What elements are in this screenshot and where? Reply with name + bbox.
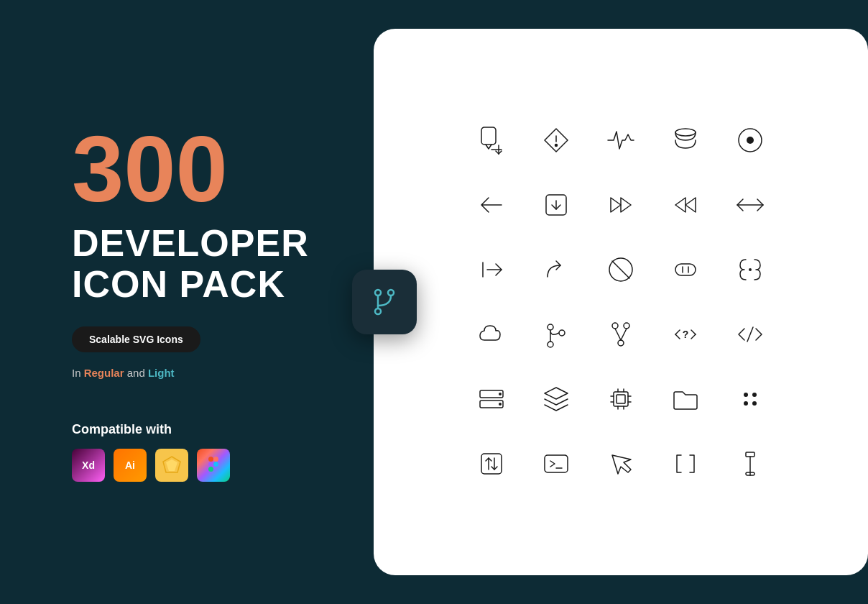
svg-rect-4 bbox=[208, 462, 213, 467]
svg-rect-11 bbox=[481, 127, 496, 145]
compatible-label: Compatible with bbox=[72, 422, 374, 437]
svg-line-43 bbox=[691, 334, 696, 339]
svg-point-35 bbox=[612, 323, 618, 329]
svg-line-45 bbox=[747, 327, 753, 342]
sort-arrows-icon bbox=[466, 439, 517, 489]
subtitle-light: Light bbox=[148, 367, 175, 379]
svg-rect-68 bbox=[545, 455, 568, 472]
cloud-icon bbox=[466, 309, 517, 360]
svg-line-41 bbox=[675, 334, 680, 339]
cpu-chip-icon bbox=[596, 374, 646, 424]
arrow-curve-right-icon bbox=[531, 244, 581, 295]
mastodon-download-icon bbox=[466, 115, 517, 165]
code-braces-icon bbox=[725, 244, 775, 295]
svg-point-20 bbox=[747, 137, 754, 144]
compatible-section: Compatible with Xd Ai bbox=[72, 422, 374, 482]
usb-icon bbox=[725, 439, 775, 489]
svg-point-64 bbox=[752, 401, 757, 406]
target-circle-icon bbox=[725, 115, 775, 165]
code-question-icon: ? bbox=[660, 309, 711, 360]
grid-dots-icon bbox=[725, 374, 775, 424]
arrow-right-from-bar-icon bbox=[466, 244, 517, 295]
git-fork-icon bbox=[596, 309, 646, 360]
svg-line-27 bbox=[612, 261, 629, 278]
svg-rect-52 bbox=[617, 395, 625, 403]
figma-icon bbox=[197, 449, 230, 482]
svg-rect-2 bbox=[208, 457, 213, 462]
svg-rect-70 bbox=[746, 452, 754, 457]
title-line2: ICON PACK bbox=[72, 264, 374, 305]
svg-point-63 bbox=[744, 401, 748, 406]
svg-point-18 bbox=[675, 129, 696, 136]
svg-rect-5 bbox=[208, 467, 213, 472]
svg-line-39 bbox=[621, 329, 627, 340]
svg-line-38 bbox=[615, 329, 621, 340]
svg-point-62 bbox=[752, 393, 757, 397]
sketch-icon bbox=[155, 449, 188, 482]
subtitle-regular: Regular bbox=[84, 367, 124, 379]
corner-down-left-icon bbox=[531, 180, 581, 230]
server-stack-icon bbox=[466, 374, 517, 424]
terminal-icon bbox=[531, 439, 581, 489]
svg-line-42 bbox=[691, 330, 696, 334]
warning-diamond-icon bbox=[531, 115, 581, 165]
git-icon-center bbox=[352, 270, 417, 334]
svg-point-6 bbox=[213, 462, 218, 467]
icons-grid: ? bbox=[463, 111, 779, 493]
rewind-icon bbox=[596, 180, 646, 230]
svg-point-17 bbox=[555, 145, 558, 147]
svg-rect-3 bbox=[213, 457, 218, 462]
pause-pill-icon bbox=[660, 244, 711, 295]
git-merge-icon bbox=[531, 309, 581, 360]
svg-point-36 bbox=[624, 323, 629, 329]
svg-point-49 bbox=[499, 403, 502, 406]
app-icons-row: Xd Ai bbox=[72, 449, 374, 482]
subtitle-and: and bbox=[124, 367, 148, 379]
database-icon bbox=[660, 115, 711, 165]
svg-point-37 bbox=[618, 340, 624, 346]
layers-icon bbox=[531, 374, 581, 424]
scalable-svg-badge: Scalable SVG Icons bbox=[72, 326, 200, 352]
arrow-left-icon bbox=[466, 180, 517, 230]
svg-point-32 bbox=[548, 324, 553, 330]
subtitle-text: In Regular and Light bbox=[72, 367, 374, 379]
code-xml-icon bbox=[725, 309, 775, 360]
arrows-horizontal-icon bbox=[725, 180, 775, 230]
title-line1: DEVELOPER bbox=[72, 223, 374, 264]
svg-line-40 bbox=[675, 330, 680, 334]
svg-point-48 bbox=[499, 393, 502, 395]
svg-point-33 bbox=[548, 342, 553, 347]
svg-rect-28 bbox=[675, 264, 696, 275]
ban-icon bbox=[596, 244, 646, 295]
hero-number: 300 bbox=[72, 122, 374, 216]
brackets-icon bbox=[660, 439, 711, 489]
svg-marker-50 bbox=[545, 388, 568, 399]
svg-point-31 bbox=[749, 268, 752, 271]
right-panel: ? bbox=[374, 29, 868, 575]
svg-point-61 bbox=[744, 393, 748, 397]
subtitle-prefix: In bbox=[72, 367, 84, 379]
svg-point-34 bbox=[559, 330, 565, 336]
ai-icon: Ai bbox=[114, 449, 147, 482]
folder-icon bbox=[660, 374, 711, 424]
fast-forward-icon bbox=[660, 180, 711, 230]
svg-rect-65 bbox=[481, 454, 502, 474]
left-panel: 300 DEVELOPER ICON PACK Scalable SVG Ico… bbox=[0, 0, 374, 604]
svg-text:?: ? bbox=[683, 329, 689, 340]
svg-rect-51 bbox=[614, 392, 628, 406]
xd-icon: Xd bbox=[72, 449, 105, 482]
cursor-icon bbox=[596, 439, 646, 489]
main-container: 300 DEVELOPER ICON PACK Scalable SVG Ico… bbox=[0, 0, 868, 604]
pulse-wave-icon bbox=[596, 115, 646, 165]
